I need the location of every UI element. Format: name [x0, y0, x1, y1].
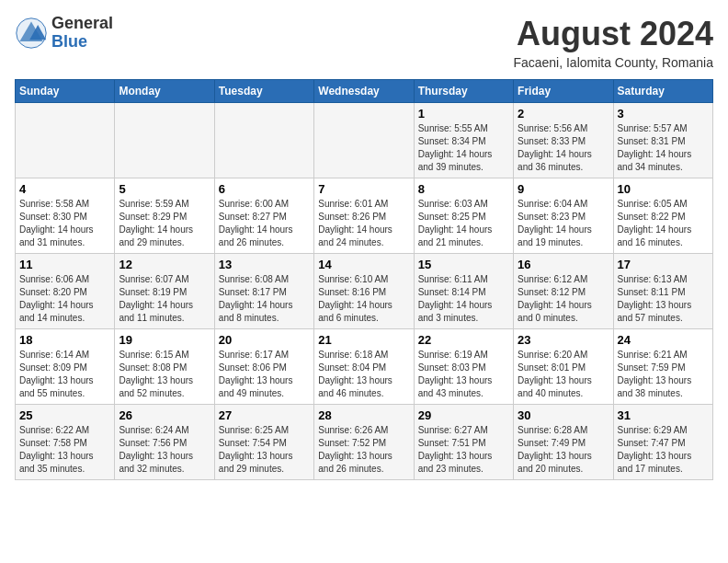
day-number: 13 — [219, 258, 310, 271]
day-number: 6 — [219, 182, 310, 196]
day-cell: 31Sunrise: 6:29 AM Sunset: 7:47 PM Dayli… — [613, 405, 712, 480]
day-info: Sunrise: 6:11 AM Sunset: 8:14 PM Dayligh… — [418, 273, 509, 325]
day-number: 8 — [418, 182, 509, 196]
day-cell: 23Sunrise: 6:20 AM Sunset: 8:01 PM Dayli… — [514, 329, 613, 405]
day-info: Sunrise: 6:00 AM Sunset: 8:27 PM Dayligh… — [219, 198, 310, 249]
day-cell: 26Sunrise: 6:24 AM Sunset: 7:56 PM Dayli… — [115, 405, 214, 480]
day-number: 27 — [219, 408, 310, 422]
day-cell: 17Sunrise: 6:13 AM Sunset: 8:11 PM Dayli… — [613, 254, 712, 329]
day-number: 11 — [19, 258, 110, 271]
day-number: 22 — [418, 333, 509, 347]
day-cell — [115, 103, 214, 178]
month-year-title: August 2024 — [513, 15, 713, 53]
day-cell: 28Sunrise: 6:26 AM Sunset: 7:52 PM Dayli… — [314, 405, 414, 480]
day-number: 26 — [119, 408, 210, 422]
day-header-thursday: Thursday — [414, 80, 513, 103]
day-number: 15 — [418, 258, 509, 271]
day-info: Sunrise: 6:06 AM Sunset: 8:20 PM Dayligh… — [19, 273, 110, 325]
day-info: Sunrise: 6:10 AM Sunset: 8:16 PM Dayligh… — [318, 273, 409, 325]
day-number: 2 — [518, 107, 609, 121]
day-info: Sunrise: 6:01 AM Sunset: 8:26 PM Dayligh… — [318, 198, 409, 249]
day-info: Sunrise: 6:29 AM Sunset: 7:47 PM Dayligh… — [618, 424, 709, 476]
week-row-2: 4Sunrise: 5:58 AM Sunset: 8:30 PM Daylig… — [16, 178, 713, 254]
day-info: Sunrise: 5:56 AM Sunset: 8:33 PM Dayligh… — [518, 122, 609, 174]
day-info: Sunrise: 6:20 AM Sunset: 8:01 PM Dayligh… — [518, 349, 609, 400]
day-number: 1 — [418, 107, 509, 121]
day-number: 3 — [618, 107, 709, 121]
day-number: 17 — [618, 258, 709, 271]
day-cell: 5Sunrise: 5:59 AM Sunset: 8:29 PM Daylig… — [115, 178, 214, 254]
day-cell: 29Sunrise: 6:27 AM Sunset: 7:51 PM Dayli… — [414, 405, 513, 480]
day-info: Sunrise: 6:24 AM Sunset: 7:56 PM Dayligh… — [119, 424, 210, 476]
day-cell: 16Sunrise: 6:12 AM Sunset: 8:12 PM Dayli… — [514, 254, 613, 329]
day-number: 31 — [618, 408, 709, 422]
day-info: Sunrise: 6:22 AM Sunset: 7:58 PM Dayligh… — [19, 424, 110, 476]
logo-general: General — [51, 15, 113, 33]
day-number: 9 — [518, 182, 609, 196]
day-cell: 3Sunrise: 5:57 AM Sunset: 8:31 PM Daylig… — [613, 103, 712, 178]
day-cell — [314, 103, 414, 178]
day-header-wednesday: Wednesday — [314, 80, 414, 103]
day-cell: 20Sunrise: 6:17 AM Sunset: 8:06 PM Dayli… — [214, 329, 313, 405]
day-info: Sunrise: 6:13 AM Sunset: 8:11 PM Dayligh… — [618, 273, 709, 325]
day-cell: 1Sunrise: 5:55 AM Sunset: 8:34 PM Daylig… — [414, 103, 513, 178]
day-info: Sunrise: 6:15 AM Sunset: 8:08 PM Dayligh… — [119, 349, 210, 400]
day-cell: 11Sunrise: 6:06 AM Sunset: 8:20 PM Dayli… — [16, 254, 115, 329]
day-info: Sunrise: 5:57 AM Sunset: 8:31 PM Dayligh… — [618, 122, 709, 174]
day-info: Sunrise: 6:21 AM Sunset: 7:59 PM Dayligh… — [618, 349, 709, 400]
day-info: Sunrise: 6:25 AM Sunset: 7:54 PM Dayligh… — [219, 424, 310, 476]
week-row-1: 1Sunrise: 5:55 AM Sunset: 8:34 PM Daylig… — [16, 103, 713, 178]
day-number: 18 — [19, 333, 110, 347]
day-info: Sunrise: 6:05 AM Sunset: 8:22 PM Dayligh… — [618, 198, 709, 249]
header-row: SundayMondayTuesdayWednesdayThursdayFrid… — [16, 80, 713, 103]
day-cell: 9Sunrise: 6:04 AM Sunset: 8:23 PM Daylig… — [514, 178, 613, 254]
logo-text: General Blue — [51, 15, 113, 52]
day-info: Sunrise: 6:27 AM Sunset: 7:51 PM Dayligh… — [418, 424, 509, 476]
day-header-monday: Monday — [115, 80, 214, 103]
day-info: Sunrise: 5:55 AM Sunset: 8:34 PM Dayligh… — [418, 122, 509, 174]
day-number: 29 — [418, 408, 509, 422]
title-block: August 2024 Facaeni, Ialomita County, Ro… — [513, 15, 713, 70]
day-cell: 25Sunrise: 6:22 AM Sunset: 7:58 PM Dayli… — [16, 405, 115, 480]
day-info: Sunrise: 6:04 AM Sunset: 8:23 PM Dayligh… — [518, 198, 609, 249]
day-number: 28 — [318, 408, 409, 422]
location-subtitle: Facaeni, Ialomita County, Romania — [513, 55, 713, 70]
week-row-4: 18Sunrise: 6:14 AM Sunset: 8:09 PM Dayli… — [16, 329, 713, 405]
day-number: 19 — [119, 333, 210, 347]
day-number: 21 — [318, 333, 409, 347]
day-number: 4 — [19, 182, 110, 196]
day-info: Sunrise: 5:59 AM Sunset: 8:29 PM Dayligh… — [119, 198, 210, 249]
day-number: 30 — [518, 408, 609, 422]
day-number: 23 — [518, 333, 609, 347]
day-number: 5 — [119, 182, 210, 196]
day-info: Sunrise: 6:08 AM Sunset: 8:17 PM Dayligh… — [219, 273, 310, 325]
day-cell — [16, 103, 115, 178]
day-number: 24 — [618, 333, 709, 347]
logo: General Blue — [15, 15, 113, 52]
day-header-friday: Friday — [514, 80, 613, 103]
day-cell: 19Sunrise: 6:15 AM Sunset: 8:08 PM Dayli… — [115, 329, 214, 405]
day-info: Sunrise: 6:03 AM Sunset: 8:25 PM Dayligh… — [418, 198, 509, 249]
day-info: Sunrise: 6:28 AM Sunset: 7:49 PM Dayligh… — [518, 424, 609, 476]
day-header-tuesday: Tuesday — [214, 80, 313, 103]
day-cell: 22Sunrise: 6:19 AM Sunset: 8:03 PM Dayli… — [414, 329, 513, 405]
day-cell — [214, 103, 313, 178]
day-cell: 27Sunrise: 6:25 AM Sunset: 7:54 PM Dayli… — [214, 405, 313, 480]
week-row-5: 25Sunrise: 6:22 AM Sunset: 7:58 PM Dayli… — [16, 405, 713, 480]
day-cell: 12Sunrise: 6:07 AM Sunset: 8:19 PM Dayli… — [115, 254, 214, 329]
page-header: General Blue August 2024 Facaeni, Ialomi… — [15, 15, 713, 70]
day-number: 7 — [318, 182, 409, 196]
day-cell: 2Sunrise: 5:56 AM Sunset: 8:33 PM Daylig… — [514, 103, 613, 178]
day-number: 10 — [618, 182, 709, 196]
day-cell: 14Sunrise: 6:10 AM Sunset: 8:16 PM Dayli… — [314, 254, 414, 329]
day-number: 14 — [318, 258, 409, 271]
day-number: 16 — [518, 258, 609, 271]
day-cell: 18Sunrise: 6:14 AM Sunset: 8:09 PM Dayli… — [16, 329, 115, 405]
day-number: 25 — [19, 408, 110, 422]
week-row-3: 11Sunrise: 6:06 AM Sunset: 8:20 PM Dayli… — [16, 254, 713, 329]
day-cell: 10Sunrise: 6:05 AM Sunset: 8:22 PM Dayli… — [613, 178, 712, 254]
day-header-saturday: Saturday — [613, 80, 712, 103]
day-cell: 15Sunrise: 6:11 AM Sunset: 8:14 PM Dayli… — [414, 254, 513, 329]
calendar-table: SundayMondayTuesdayWednesdayThursdayFrid… — [15, 79, 713, 480]
day-info: Sunrise: 6:18 AM Sunset: 8:04 PM Dayligh… — [318, 349, 409, 400]
